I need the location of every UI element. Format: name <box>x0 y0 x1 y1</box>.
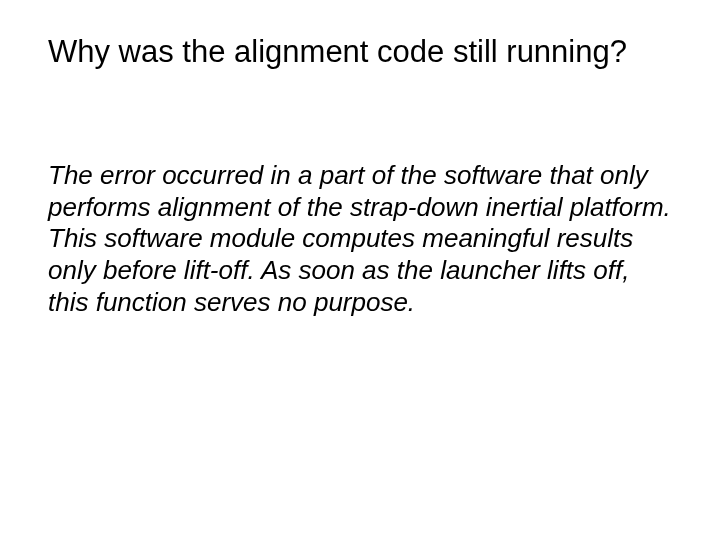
slide-body: The error occurred in a part of the soft… <box>48 160 672 319</box>
slide-title: Why was the alignment code still running… <box>48 34 672 70</box>
slide: Why was the alignment code still running… <box>0 0 720 540</box>
